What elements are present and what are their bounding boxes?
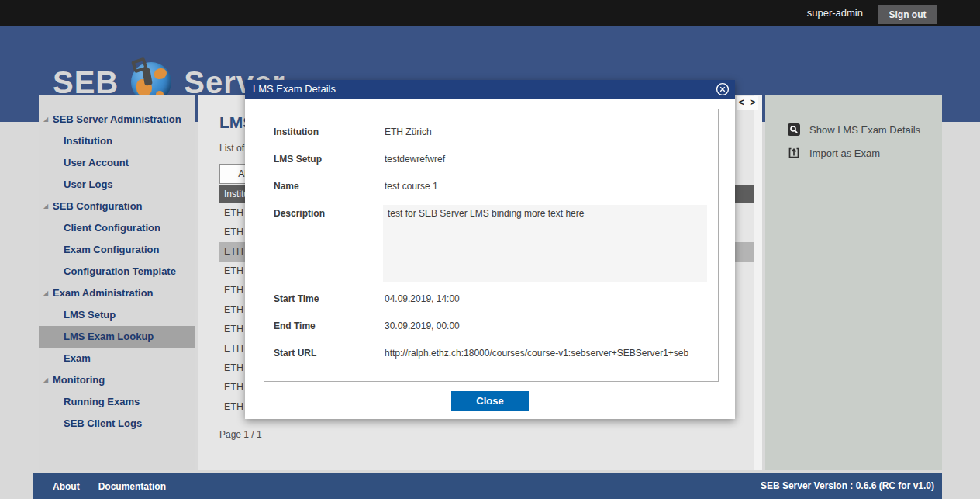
page-subtitle: List of: [219, 143, 244, 154]
sidebar-item-seb-configuration[interactable]: ◢ SEB Configuration: [39, 196, 195, 217]
tree-expander-icon[interactable]: ◢: [43, 196, 48, 217]
action-show-lms-exam-details[interactable]: Show LMS Exam Details: [788, 122, 920, 137]
field-value-end-time: 30.09.2019, 00:00: [385, 321, 460, 331]
tree-expander-icon[interactable]: ◢: [43, 282, 48, 304]
sidebar-item-configuration-template[interactable]: Configuration Template: [39, 261, 195, 282]
dialog-form: Institution ETH Zürich LMS Setup testdew…: [264, 109, 719, 382]
field-value-start-url: http://ralph.ethz.ch:18000/courses/cours…: [385, 348, 688, 359]
field-value-description: test for SEB Server LMS binding more tex…: [383, 205, 707, 282]
sidebar-item-lms-setup[interactable]: LMS Setup: [39, 304, 195, 326]
import-icon: [788, 147, 800, 159]
sidebar-item-lms-exam-lookup[interactable]: LMS Exam Lookup: [39, 326, 195, 348]
action-panel: Show LMS Exam Details Import as Exam: [765, 95, 942, 470]
sidebar-item-monitoring[interactable]: ◢ Monitoring: [39, 369, 195, 391]
sidebar-item-exam-configuration[interactable]: Exam Configuration: [39, 239, 195, 261]
sidebar-item-exam-administration[interactable]: ◢ Exam Administration: [39, 282, 195, 304]
field-value-name: test course 1: [385, 181, 438, 192]
field-value-institution: ETH Zürich: [385, 126, 432, 137]
field-label-lms-setup: LMS Setup: [274, 154, 322, 165]
field-value-start-time: 04.09.2019, 14:00: [385, 293, 460, 304]
field-label-start-time: Start Time: [274, 293, 319, 304]
close-icon[interactable]: [716, 82, 730, 96]
close-button[interactable]: Close: [451, 391, 529, 411]
version-label: SEB Server Version : 0.6.6 (RC for v1.0): [761, 473, 934, 499]
documentation-link[interactable]: Documentation: [98, 481, 166, 492]
field-value-lms-setup: testdewrefwref: [385, 154, 445, 165]
current-user-label: super-admin: [807, 7, 863, 19]
sidebar-item-exam[interactable]: Exam: [39, 348, 195, 369]
tree-expander-icon[interactable]: ◢: [43, 109, 48, 130]
field-label-institution: Institution: [274, 126, 319, 137]
footer-bar: About Documentation SEB Server Version :…: [33, 473, 942, 499]
dialog-title: LMS Exam Details: [253, 80, 336, 99]
sidebar-item-seb-client-logs[interactable]: SEB Client Logs: [39, 413, 195, 435]
lms-exam-details-dialog: LMS Exam Details Institution ETH Zürich …: [245, 80, 735, 419]
sidebar-nav: ◢ SEB Server Administration Institution …: [39, 95, 195, 470]
content-right-divider: [754, 95, 762, 470]
pagination-label: Page 1 / 1: [219, 429, 262, 440]
sidebar-item-seb-server-administration[interactable]: ◢ SEB Server Administration: [39, 109, 195, 130]
panel-collapse-toggle[interactable]: < >: [737, 96, 758, 110]
sidebar-item-running-exams[interactable]: Running Exams: [39, 391, 195, 413]
sidebar-item-client-configuration[interactable]: Client Configuration: [39, 217, 195, 239]
sidebar-item-user-account[interactable]: User Account: [39, 152, 195, 174]
field-label-start-url: Start URL: [274, 348, 316, 359]
magnifier-icon: [788, 123, 800, 136]
about-link[interactable]: About: [53, 481, 80, 492]
dialog-titlebar: LMS Exam Details: [245, 80, 735, 99]
field-label-name: Name: [274, 181, 299, 192]
tree-expander-icon[interactable]: ◢: [43, 369, 48, 391]
field-label-end-time: End Time: [274, 321, 316, 331]
sidebar-item-user-logs[interactable]: User Logs: [39, 174, 195, 196]
sidebar-item-institution[interactable]: Institution: [39, 130, 195, 152]
sign-out-button[interactable]: Sign out: [878, 5, 937, 24]
top-bar: super-admin Sign out: [0, 0, 980, 26]
action-import-as-exam[interactable]: Import as Exam: [788, 145, 880, 161]
field-label-description: Description: [274, 208, 325, 219]
